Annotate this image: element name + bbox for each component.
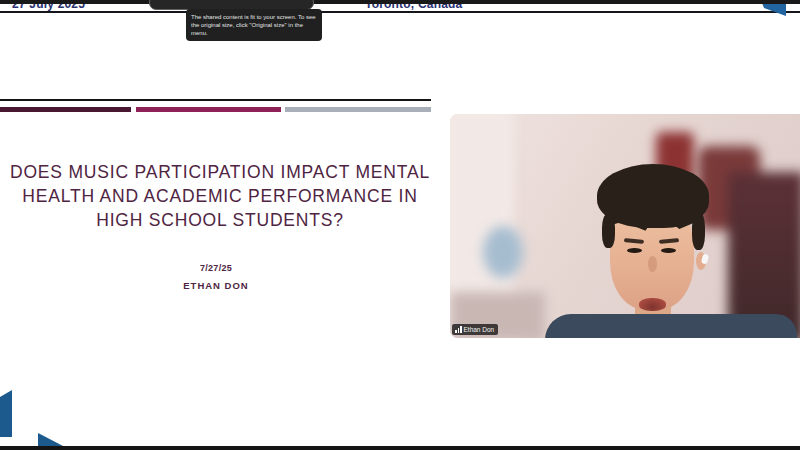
app-top-bar xyxy=(0,0,800,4)
slide-title-line-1: DOES MUSIC PARTICIPATION IMPACT MENTAL xyxy=(0,160,440,184)
person-nose xyxy=(648,256,657,272)
slide-title-line-3: HIGH SCHOOL STUDENTS? xyxy=(0,208,440,232)
slide-header-rule xyxy=(0,11,800,13)
app-bottom-bar xyxy=(0,446,800,450)
person-eye-right xyxy=(661,248,676,253)
deco-bar-gray xyxy=(285,107,431,112)
participant-person xyxy=(450,114,800,338)
slide-date: 7/27/25 xyxy=(0,263,432,273)
share-fit-tooltip: The shared content is fit to your screen… xyxy=(186,9,322,41)
slide-title: DOES MUSIC PARTICIPATION IMPACT MENTAL H… xyxy=(0,160,440,232)
title-divider-line xyxy=(0,99,431,101)
signal-bars-icon xyxy=(455,326,462,333)
person-hair-side-right xyxy=(692,212,705,250)
deco-bar-magenta xyxy=(136,107,281,112)
person-hair-side-left xyxy=(602,214,615,248)
person-torso xyxy=(545,314,797,338)
person-eye-left xyxy=(627,248,642,253)
blue-deco-triangle xyxy=(38,433,65,447)
corner-accent-triangle xyxy=(762,3,786,16)
slide-title-line-2: HEALTH AND ACADEMIC PERFORMANCE IN xyxy=(0,184,440,208)
person-mouth xyxy=(639,298,666,311)
participant-name-tag: Ethan Don xyxy=(452,324,498,335)
meeting-shared-screen: 27 July 2025 Toronto, Canada DOES MUSIC … xyxy=(0,0,800,450)
participant-name: Ethan Don xyxy=(464,324,495,335)
earbud xyxy=(701,253,709,264)
tooltip-text-line1: The shared content is fit to your screen… xyxy=(191,14,296,20)
participant-video-tile[interactable]: Ethan Don xyxy=(450,114,800,338)
deco-bar-maroon xyxy=(0,107,131,112)
slide-author: ETHAN DON xyxy=(0,280,432,291)
blue-deco-bar xyxy=(0,390,12,437)
